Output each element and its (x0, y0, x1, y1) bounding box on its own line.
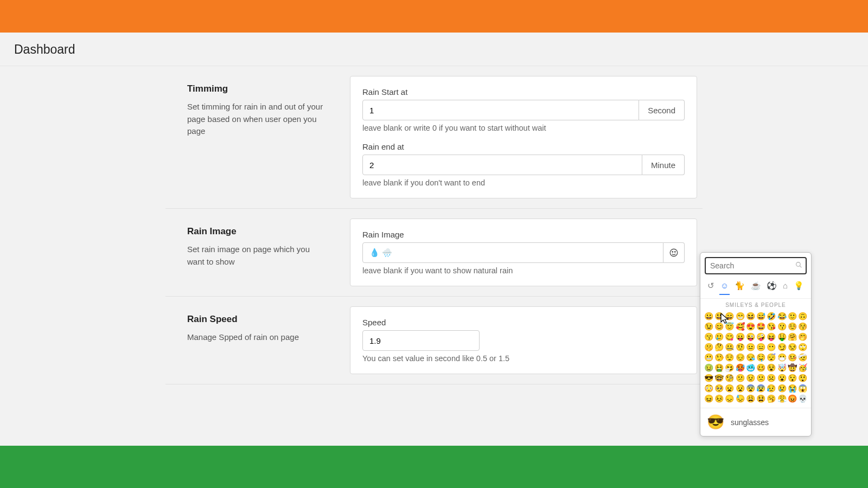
emoji-cell[interactable]: 😧 (735, 383, 745, 393)
emoji-cell[interactable]: 😪 (745, 352, 755, 362)
emoji-cell[interactable]: 🤒 (787, 352, 797, 362)
emoji-cell[interactable]: 😞 (725, 394, 735, 403)
emoji-cell[interactable]: 😳 (704, 383, 713, 393)
emoji-cell[interactable]: 😂 (777, 311, 787, 321)
emoji-cell[interactable]: 🤐 (725, 342, 735, 352)
emoji-cell[interactable]: 😆 (745, 311, 755, 321)
emoji-cell[interactable]: 🤓 (714, 373, 724, 383)
emoji-cell[interactable]: 😒 (787, 342, 797, 352)
emoji-cell[interactable]: 🤫 (704, 342, 713, 352)
emoji-cell[interactable]: 😁 (735, 311, 745, 321)
emoji-cell[interactable]: 🤕 (798, 352, 808, 362)
emoji-cell[interactable]: 🤧 (725, 363, 735, 373)
emoji-cell[interactable]: 😉 (704, 322, 713, 331)
emoji-cell[interactable]: 😲 (798, 373, 808, 383)
emoji-cell[interactable]: 🤩 (756, 322, 765, 331)
emoji-cell[interactable]: 😶 (767, 342, 776, 352)
emoji-cell[interactable]: 🥵 (735, 363, 745, 373)
emoji-cell[interactable]: 🤪 (756, 332, 765, 342)
emoji-cell[interactable]: 🤣 (767, 311, 776, 321)
emoji-category-tab[interactable]: ⌂ (782, 280, 789, 295)
emoji-cell[interactable]: 🥶 (745, 363, 755, 373)
emoji-cell[interactable]: 😇 (725, 322, 735, 331)
emoji-cell[interactable]: 🙂 (787, 311, 797, 321)
emoji-cell[interactable]: 🤢 (704, 363, 713, 373)
emoji-cell[interactable]: 😮 (777, 373, 787, 383)
emoji-cell[interactable]: 🥱 (767, 394, 776, 403)
emoji-category-tab[interactable]: ↺ (706, 280, 716, 295)
emoji-cell[interactable]: 😥 (767, 383, 776, 393)
emoji-cell[interactable]: 😘 (767, 322, 776, 331)
emoji-cell[interactable]: 🙁 (756, 373, 765, 383)
emoji-cell[interactable]: 😟 (745, 373, 755, 383)
emoji-category-tab[interactable]: ☺ (719, 280, 730, 295)
emoji-cell[interactable]: 😔 (735, 352, 745, 362)
emoji-cell[interactable]: 😌 (725, 352, 735, 362)
emoji-cell[interactable]: 🤑 (777, 332, 787, 342)
emoji-cell[interactable]: 😋 (725, 332, 735, 342)
emoji-cell[interactable]: 😭 (787, 383, 797, 393)
emoji-cell[interactable]: 😝 (767, 332, 776, 342)
emoji-cell[interactable]: 😨 (745, 383, 755, 393)
emoji-cell[interactable]: 🤠 (787, 363, 797, 373)
emoji-cell[interactable]: 😬 (704, 352, 713, 362)
emoji-cell[interactable]: 🤗 (787, 332, 797, 342)
emoji-cell[interactable]: 😯 (787, 373, 797, 383)
emoji-cell[interactable]: 🤨 (735, 342, 745, 352)
emoji-search-input[interactable] (705, 257, 807, 274)
emoji-cell[interactable]: 😩 (745, 394, 755, 403)
emoji-cell[interactable]: 💀 (798, 394, 808, 403)
emoji-cell[interactable]: 🤔 (714, 342, 724, 352)
emoji-cell[interactable]: 🥴 (756, 363, 765, 373)
emoji-cell[interactable]: 🥲 (714, 332, 724, 342)
emoji-cell[interactable]: 🥺 (714, 383, 724, 393)
emoji-category-tab[interactable]: 🐈 (733, 280, 746, 295)
emoji-cell[interactable]: 😃 (714, 311, 724, 321)
emoji-cell[interactable]: 😓 (735, 394, 745, 403)
emoji-cell[interactable]: 🤭 (798, 332, 808, 342)
emoji-category-tab[interactable]: ⚽ (765, 280, 778, 295)
rain-image-input[interactable] (362, 242, 663, 263)
emoji-cell[interactable]: 😡 (787, 394, 797, 403)
emoji-cell[interactable]: 🙃 (798, 311, 808, 321)
emoji-cell[interactable]: 😏 (777, 342, 787, 352)
emoji-cell[interactable]: 😖 (704, 394, 713, 403)
emoji-cell[interactable]: 🧐 (725, 373, 735, 383)
emoji-cell[interactable]: 😦 (725, 383, 735, 393)
emoji-cell[interactable]: 😎 (704, 373, 713, 383)
emoji-cell[interactable]: 😐 (745, 342, 755, 352)
emoji-cell[interactable]: 😍 (745, 322, 755, 331)
emoji-cell[interactable]: 🙄 (798, 342, 808, 352)
emoji-cell[interactable]: 😷 (777, 352, 787, 362)
emoji-category-tab[interactable]: 💡 (793, 280, 805, 295)
emoji-cell[interactable]: 😗 (777, 322, 787, 331)
emoji-cell[interactable]: 😢 (777, 383, 787, 393)
emoji-cell[interactable]: ☺️ (787, 322, 797, 331)
emoji-cell[interactable]: 😕 (735, 373, 745, 383)
emoji-cell[interactable]: 🤤 (756, 352, 765, 362)
emoji-cell[interactable]: 😙 (704, 332, 713, 342)
emoji-cell[interactable]: 😤 (777, 394, 787, 403)
emoji-cell[interactable]: 😊 (714, 322, 724, 331)
rain-start-input[interactable] (362, 100, 639, 120)
emoji-cell[interactable]: 😑 (756, 342, 765, 352)
emoji-cell[interactable]: 😛 (735, 332, 745, 342)
emoji-cell[interactable]: 😱 (798, 383, 808, 393)
emoji-cell[interactable]: 😜 (745, 332, 755, 342)
emoji-cell[interactable]: 🥰 (735, 322, 745, 331)
emoji-cell[interactable]: 😴 (767, 352, 776, 362)
speed-input[interactable] (362, 330, 480, 351)
emoji-cell[interactable]: 😀 (704, 311, 713, 321)
emoji-cell[interactable]: 🥳 (798, 363, 808, 373)
emoji-cell[interactable]: 🤯 (777, 363, 787, 373)
emoji-cell[interactable]: 😚 (798, 322, 808, 331)
emoji-cell[interactable]: ☹️ (767, 373, 776, 383)
rain-end-input[interactable] (362, 155, 642, 175)
emoji-category-tab[interactable]: ☕ (750, 280, 762, 295)
emoji-cell[interactable]: 😫 (756, 394, 765, 403)
emoji-cell[interactable]: 😄 (725, 311, 735, 321)
emoji-picker-toggle[interactable] (663, 242, 685, 263)
emoji-cell[interactable]: 😣 (714, 394, 724, 403)
emoji-cell[interactable]: 😵 (767, 363, 776, 373)
emoji-cell[interactable]: 😅 (756, 311, 765, 321)
